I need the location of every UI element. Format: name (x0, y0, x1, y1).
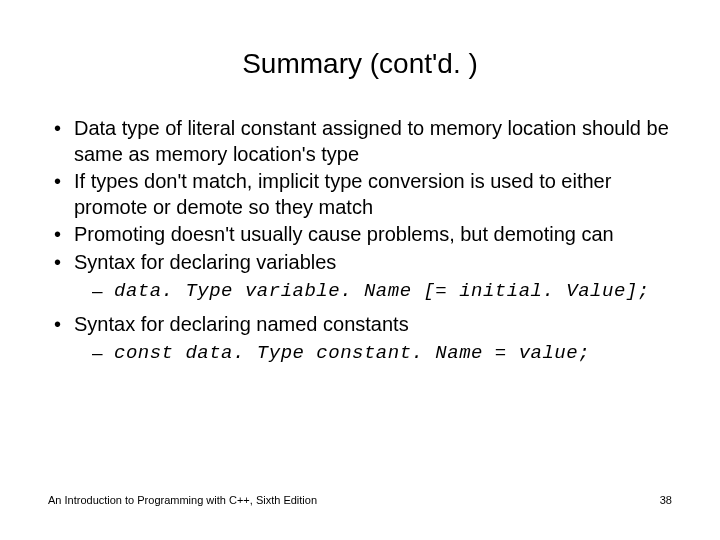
bullet-item: Syntax for declaring named constants con… (48, 312, 672, 366)
bullet-item: Promoting doesn't usually cause problems… (48, 222, 672, 248)
bullet-item: Syntax for declaring variables data. Typ… (48, 250, 672, 304)
slide-number: 38 (660, 494, 672, 506)
bullet-item: If types don't match, implicit type conv… (48, 169, 672, 220)
code-item: data. Type variable. Name [= initial. Va… (74, 278, 672, 305)
slide: Summary (cont'd. ) Data type of literal … (0, 0, 720, 540)
bullet-list: Data type of literal constant assigned t… (48, 116, 672, 366)
bullet-text: Syntax for declaring variables (74, 251, 336, 273)
code-item: const data. Type constant. Name = value; (74, 340, 672, 367)
footer-left: An Introduction to Programming with C++,… (48, 494, 317, 506)
sub-list: const data. Type constant. Name = value; (74, 340, 672, 367)
slide-title: Summary (cont'd. ) (48, 48, 672, 80)
bullet-item: Data type of literal constant assigned t… (48, 116, 672, 167)
bullet-text: Syntax for declaring named constants (74, 313, 409, 335)
sub-list: data. Type variable. Name [= initial. Va… (74, 278, 672, 305)
